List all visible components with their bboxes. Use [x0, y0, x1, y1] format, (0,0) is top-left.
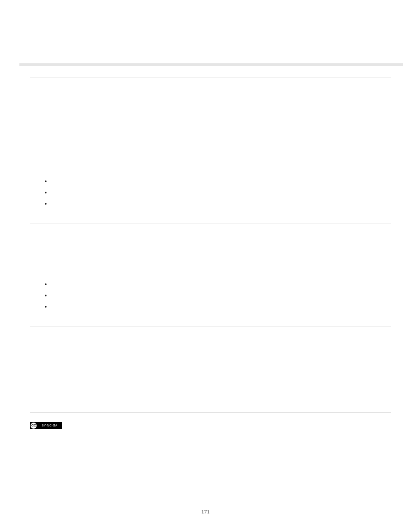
page-number: 171 [0, 507, 411, 516]
section-1 [30, 78, 391, 224]
bullet-item [30, 302, 391, 311]
section-2-title [30, 237, 391, 245]
bullet-item [30, 291, 391, 300]
bullet-item [30, 188, 391, 197]
section-3-title [30, 340, 391, 348]
bullet-item [30, 199, 391, 208]
section-1-bullets [30, 177, 391, 208]
section-2 [30, 237, 391, 327]
cc-license-badge: CC BY-NC-SA [30, 422, 62, 429]
section-3-body [30, 352, 391, 399]
section-2-bullets [30, 280, 391, 311]
bullet-item [30, 177, 391, 186]
top-horizontal-rule [19, 63, 403, 66]
cc-logo-icon: CC [31, 423, 37, 429]
section-1-title [30, 134, 391, 142]
section-3 [30, 340, 391, 413]
section-1-body [30, 146, 391, 172]
section-2-body [30, 249, 391, 275]
bullet-item [30, 280, 391, 289]
cc-license-text: BY-NC-SA [38, 422, 61, 429]
page-content: CC BY-NC-SA [30, 78, 391, 429]
